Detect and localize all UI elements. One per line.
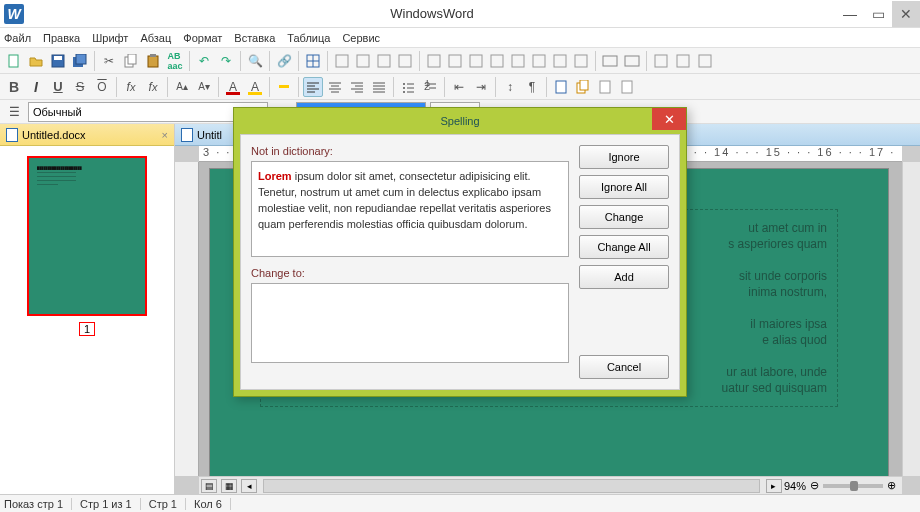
- error-word: Lorem: [258, 170, 292, 182]
- find-icon[interactable]: 🔍: [245, 51, 265, 71]
- doc-new-icon[interactable]: [551, 77, 571, 97]
- zoom-slider[interactable]: [823, 484, 883, 488]
- cell-btn-7[interactable]: [550, 51, 570, 71]
- font-color-button[interactable]: A: [223, 77, 243, 97]
- tbl-btn-1[interactable]: [332, 51, 352, 71]
- ignore-all-button[interactable]: Ignore All: [579, 175, 669, 199]
- menu-tools[interactable]: Сервис: [342, 32, 380, 44]
- highlight-color-button[interactable]: [274, 77, 294, 97]
- indent-button[interactable]: ⇥: [471, 77, 491, 97]
- subscript-button[interactable]: fx: [121, 77, 141, 97]
- overline-button[interactable]: O: [92, 77, 112, 97]
- spellcheck-icon[interactable]: ABaac: [165, 51, 185, 71]
- para-spacing-button[interactable]: ¶: [522, 77, 542, 97]
- status-page-display: Показ стр 1: [4, 498, 72, 510]
- copy-icon[interactable]: [121, 51, 141, 71]
- bullet-list-button[interactable]: [398, 77, 418, 97]
- cell-btn-5[interactable]: [508, 51, 528, 71]
- close-button[interactable]: ✕: [892, 1, 920, 27]
- context-box[interactable]: Lorem ipsum dolor sit amet, consectetur …: [251, 161, 569, 257]
- menu-insert[interactable]: Вставка: [234, 32, 275, 44]
- obj-btn-2[interactable]: [673, 51, 693, 71]
- scrollbar-horizontal[interactable]: [263, 479, 760, 493]
- bold-button[interactable]: B: [4, 77, 24, 97]
- change-to-input[interactable]: [251, 283, 569, 363]
- menu-font[interactable]: Шрифт: [92, 32, 128, 44]
- saveall-icon[interactable]: [70, 51, 90, 71]
- svg-rect-26: [655, 55, 667, 67]
- view-mode-1[interactable]: ▤: [201, 479, 217, 493]
- scrollbar-vertical[interactable]: [902, 162, 920, 476]
- dialog-close-button[interactable]: ✕: [652, 108, 686, 130]
- save-icon[interactable]: [48, 51, 68, 71]
- ignore-button[interactable]: Ignore: [579, 145, 669, 169]
- cell-btn-8[interactable]: [571, 51, 591, 71]
- tbl-btn-3[interactable]: [374, 51, 394, 71]
- app-icon: W: [4, 4, 24, 24]
- superscript-button[interactable]: fx: [143, 77, 163, 97]
- tbl-btn-2[interactable]: [353, 51, 373, 71]
- strike-button[interactable]: S: [70, 77, 90, 97]
- cell-btn-1[interactable]: [424, 51, 444, 71]
- menu-file[interactable]: Файл: [4, 32, 31, 44]
- svg-rect-2: [54, 56, 62, 60]
- tbl-btn-4[interactable]: [395, 51, 415, 71]
- change-all-button[interactable]: Change All: [579, 235, 669, 259]
- obj-btn-3[interactable]: [695, 51, 715, 71]
- style-combo[interactable]: Обычный ▾: [28, 102, 268, 122]
- change-button[interactable]: Change: [579, 205, 669, 229]
- sidebar-tab[interactable]: Untitled.docx ×: [0, 124, 174, 146]
- app-title: WindowsWord: [28, 6, 836, 21]
- cell-btn-6[interactable]: [529, 51, 549, 71]
- menu-table[interactable]: Таблица: [287, 32, 330, 44]
- cut-icon[interactable]: ✂: [99, 51, 119, 71]
- grow-font-button[interactable]: A▴: [172, 77, 192, 97]
- doc-template-icon[interactable]: [595, 77, 615, 97]
- ruler-vertical[interactable]: [175, 162, 199, 476]
- italic-button[interactable]: I: [26, 77, 46, 97]
- doc-settings-icon[interactable]: [617, 77, 637, 97]
- underline-button[interactable]: U: [48, 77, 68, 97]
- undo-icon[interactable]: ↶: [194, 51, 214, 71]
- add-button[interactable]: Add: [579, 265, 669, 289]
- paste-icon[interactable]: [143, 51, 163, 71]
- thumbnail-page-number: 1: [79, 322, 95, 336]
- cancel-button[interactable]: Cancel: [579, 355, 669, 379]
- align-left-button[interactable]: [303, 77, 323, 97]
- document-icon: [181, 128, 193, 142]
- cell-btn-3[interactable]: [466, 51, 486, 71]
- style-picker-icon[interactable]: ☰: [4, 102, 24, 122]
- zoom-in-button[interactable]: ⊕: [887, 479, 896, 492]
- close-icon[interactable]: ×: [162, 129, 168, 141]
- align-center-button[interactable]: [325, 77, 345, 97]
- cell-btn-2[interactable]: [445, 51, 465, 71]
- view-mode-2[interactable]: ▦: [221, 479, 237, 493]
- line-spacing-button[interactable]: ↕: [500, 77, 520, 97]
- align-justify-button[interactable]: [369, 77, 389, 97]
- open-icon[interactable]: [26, 51, 46, 71]
- redo-icon[interactable]: ↷: [216, 51, 236, 71]
- doc-copy-icon[interactable]: [573, 77, 593, 97]
- scroll-right-button[interactable]: ▸: [766, 479, 782, 493]
- number-list-button[interactable]: 12: [420, 77, 440, 97]
- box-btn-1[interactable]: [600, 51, 620, 71]
- shrink-font-button[interactable]: A▾: [194, 77, 214, 97]
- cell-btn-4[interactable]: [487, 51, 507, 71]
- zoom-out-button[interactable]: ⊖: [810, 479, 819, 492]
- maximize-button[interactable]: ▭: [864, 1, 892, 27]
- outdent-button[interactable]: ⇤: [449, 77, 469, 97]
- obj-btn-1[interactable]: [651, 51, 671, 71]
- menu-paragraph[interactable]: Абзац: [140, 32, 171, 44]
- menu-edit[interactable]: Правка: [43, 32, 80, 44]
- minimize-button[interactable]: —: [836, 1, 864, 27]
- new-icon[interactable]: [4, 51, 24, 71]
- table-icon[interactable]: [303, 51, 323, 71]
- highlight-button[interactable]: A: [245, 77, 265, 97]
- scroll-left-button[interactable]: ◂: [241, 479, 257, 493]
- page-thumbnail[interactable]: █████████████████████———————————————————…: [27, 156, 147, 316]
- dialog-titlebar[interactable]: Spelling ✕: [234, 108, 686, 134]
- align-right-button[interactable]: [347, 77, 367, 97]
- box-btn-2[interactable]: [622, 51, 642, 71]
- menu-format[interactable]: Формат: [183, 32, 222, 44]
- link-icon[interactable]: 🔗: [274, 51, 294, 71]
